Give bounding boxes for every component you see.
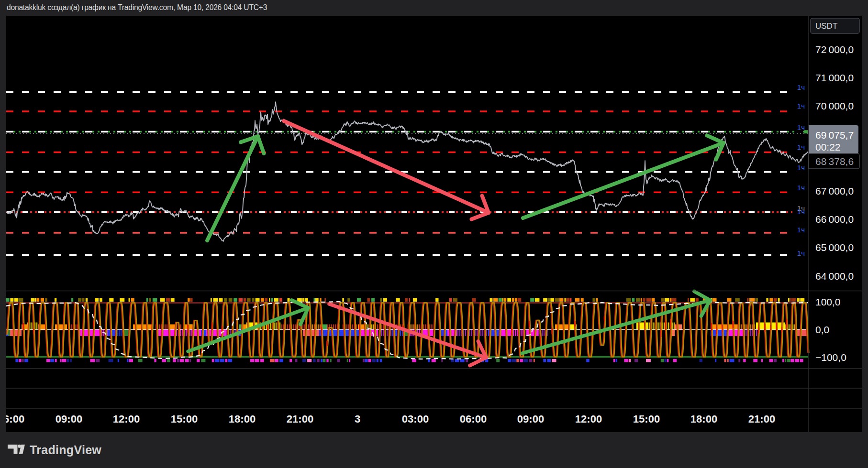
svg-text:15:00: 15:00	[171, 413, 198, 425]
svg-text:66 000,0: 66 000,0	[815, 214, 854, 225]
svg-text:1ч: 1ч	[797, 226, 805, 234]
svg-text:65 000,0: 65 000,0	[815, 242, 854, 253]
svg-text:70 000,0: 70 000,0	[815, 100, 854, 111]
svg-text:69 075,7: 69 075,7	[815, 130, 854, 141]
svg-text:09:00: 09:00	[517, 413, 544, 425]
svg-text:1ч: 1ч	[797, 163, 805, 172]
svg-text:1ч: 1ч	[797, 123, 805, 131]
svg-text:06:00: 06:00	[6, 413, 24, 425]
svg-text:1ч: 1ч	[797, 143, 805, 151]
svg-text:15:00: 15:00	[633, 413, 660, 425]
svg-text:21:00: 21:00	[287, 413, 313, 425]
svg-text:100,0: 100,0	[815, 296, 841, 307]
svg-text:1ч: 1ч	[797, 83, 805, 91]
svg-text:12:00: 12:00	[113, 413, 140, 425]
svg-text:3: 3	[355, 413, 360, 425]
svg-text:64 000,0: 64 000,0	[815, 271, 854, 282]
svg-text:18:00: 18:00	[229, 413, 256, 425]
svg-text:1ч: 1ч	[797, 249, 805, 257]
svg-text:18:00: 18:00	[690, 413, 717, 425]
svg-text:72 000,0: 72 000,0	[815, 44, 854, 55]
svg-text:03:00: 03:00	[402, 413, 429, 425]
svg-text:1ч: 1ч	[797, 184, 805, 192]
svg-text:12:00: 12:00	[575, 413, 602, 425]
svg-text:68 378,6: 68 378,6	[815, 156, 854, 167]
svg-text:00:22: 00:22	[815, 141, 841, 152]
svg-text:71 000,0: 71 000,0	[815, 72, 854, 83]
svg-text:−100,0: −100,0	[815, 352, 846, 363]
svg-text:21:00: 21:00	[748, 413, 775, 425]
svg-text:0,0: 0,0	[815, 324, 829, 335]
svg-text:1ч: 1ч	[797, 207, 805, 216]
svg-text:1ч: 1ч	[797, 102, 805, 110]
svg-text:USDT: USDT	[815, 22, 837, 31]
svg-text:06:00: 06:00	[460, 413, 487, 425]
svg-text:09:00: 09:00	[56, 413, 82, 425]
svg-text:67 000,0: 67 000,0	[815, 185, 854, 196]
